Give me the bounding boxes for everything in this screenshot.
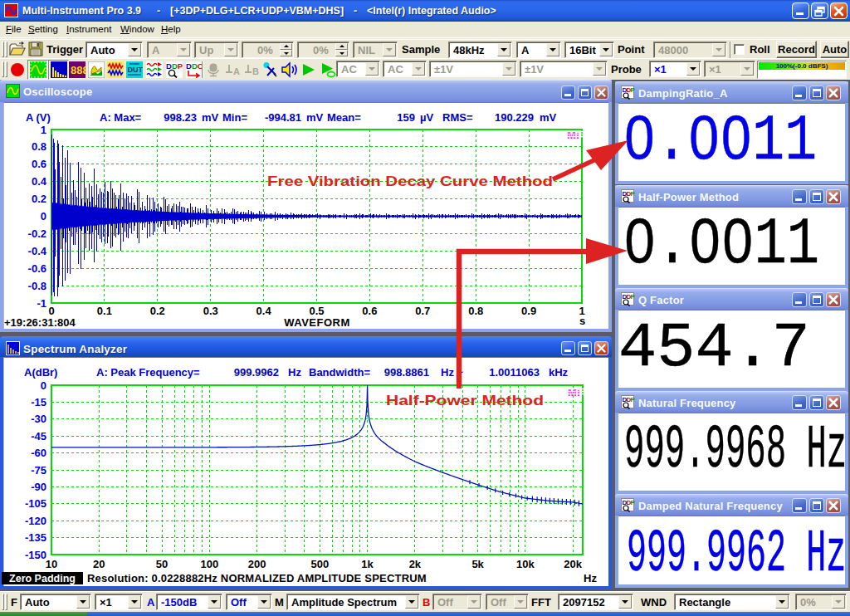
svg-text:P: P bbox=[631, 86, 636, 94]
svg-text:P: P bbox=[631, 293, 636, 301]
svg-text:B: B bbox=[252, 66, 259, 76]
svg-text:P: P bbox=[631, 396, 636, 403]
svg-text:A: A bbox=[233, 66, 240, 76]
svg-text:DUT: DUT bbox=[128, 66, 144, 74]
svg-text:P: P bbox=[631, 499, 636, 506]
svg-text:888: 888 bbox=[71, 64, 85, 76]
svg-text:DDP: DDP bbox=[166, 61, 183, 71]
svg-text:DDC: DDC bbox=[186, 61, 203, 71]
svg-text:P: P bbox=[631, 190, 636, 198]
